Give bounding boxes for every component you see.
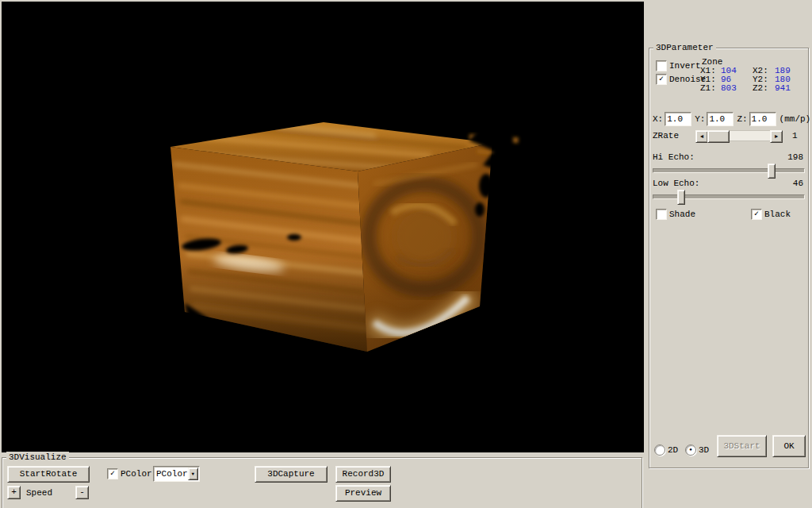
black-check-glyph: ✓: [754, 210, 759, 218]
mode-3d-radio[interactable]: ● 3D: [685, 444, 709, 456]
hi-echo-value: 198: [787, 152, 803, 163]
visualize-groupbox-title: 3DVisualize: [6, 452, 69, 463]
speed-label: Speed: [26, 488, 52, 498]
scroll-right-icon: ►: [775, 132, 778, 141]
black-checkbox[interactable]: ✓ Black: [751, 209, 791, 220]
scale-x-label: X:: [653, 114, 663, 125]
invert-checkbox[interactable]: Invert: [656, 60, 701, 71]
pcolor-check-glyph: ✓: [110, 470, 115, 478]
mode-2d-radio-label: 2D: [668, 445, 678, 456]
mode-3d-radio-dot: ●: [689, 448, 692, 452]
pcolor-checkbox[interactable]: ✓ PColor: [107, 468, 152, 479]
zrate-scrollbar[interactable]: ◄ ►: [695, 130, 783, 141]
record3d-button[interactable]: Record3D: [335, 466, 391, 483]
zrate-label: ZRate: [653, 131, 695, 141]
zrate-row: ZRate ◄ ► 1: [653, 130, 798, 141]
scale-x-input[interactable]: [665, 112, 691, 126]
parameter-groupbox-title: 3DParameter: [653, 42, 716, 53]
start-rotate-button[interactable]: StartRotate: [7, 466, 90, 483]
zone-z2-label: Z2:: [753, 83, 775, 94]
pcolor-checkbox-label: PColor: [121, 469, 152, 479]
low-echo-label: Low Echo:: [653, 179, 699, 189]
ok-button[interactable]: OK: [772, 435, 806, 457]
speed-minus-button[interactable]: -: [75, 486, 89, 499]
shade-checkbox[interactable]: Shade: [656, 209, 695, 220]
3dcapture-button[interactable]: 3DCapture: [255, 466, 327, 483]
scale-y-label: Y:: [695, 114, 705, 125]
low-echo-slider[interactable]: [653, 194, 805, 199]
low-echo-value: 46: [793, 179, 803, 189]
hi-echo-slider[interactable]: [653, 168, 805, 173]
parameter-panel: 3DParameter Invert ✓ Denoise Zone X1: 10…: [644, 0, 812, 508]
hi-echo-row: Hi Echo: 198: [653, 152, 803, 163]
mode-3d-radio-circle[interactable]: ●: [685, 444, 696, 456]
3dstart-button[interactable]: 3DStart: [717, 435, 767, 457]
zrate-value: 1: [792, 131, 798, 141]
zone-z1-value: 803: [721, 83, 753, 94]
zrate-scroll-thumb[interactable]: [707, 130, 730, 143]
low-echo-row: Low Echo: 46: [653, 179, 803, 189]
preview-button[interactable]: Preview: [335, 485, 391, 502]
scale-y-input[interactable]: [707, 112, 733, 126]
scale-unit-label: (mm/p): [779, 114, 811, 125]
render-viewport[interactable]: [2, 2, 644, 452]
zone-z2-value: 941: [775, 83, 791, 94]
scale-row: X: Y: Z: (mm/p): [653, 112, 810, 126]
shade-checkbox-box[interactable]: [656, 209, 667, 220]
denoise-checkbox-box[interactable]: ✓: [656, 74, 667, 85]
mode-2d-radio[interactable]: 2D: [654, 444, 678, 456]
zrate-scroll-right-button[interactable]: ►: [770, 130, 783, 143]
visualize-panel: 3DVisualize StartRotate ✓ PColor PColor …: [0, 452, 644, 508]
denoise-checkbox[interactable]: ✓ Denoise: [656, 74, 706, 85]
invert-checkbox-box[interactable]: [656, 60, 667, 71]
hi-echo-slider-thumb[interactable]: [768, 164, 776, 179]
scroll-left-icon: ◄: [700, 132, 703, 141]
scale-z-label: Z:: [737, 114, 747, 125]
parameter-groupbox: 3DParameter Invert ✓ Denoise Zone X1: 10…: [649, 48, 809, 468]
pcolor-select[interactable]: PColor ▼: [153, 466, 200, 482]
denoise-check-glyph: ✓: [659, 75, 664, 83]
black-checkbox-box[interactable]: ✓: [751, 209, 762, 220]
mode-2d-radio-circle[interactable]: [654, 444, 665, 456]
invert-checkbox-label: Invert: [669, 61, 701, 71]
scale-z-input[interactable]: [749, 112, 776, 126]
speed-plus-button[interactable]: +: [7, 486, 21, 499]
volume-render: [2, 2, 644, 452]
visualize-groupbox: 3DVisualize StartRotate ✓ PColor PColor …: [2, 457, 642, 508]
mode-3d-radio-label: 3D: [699, 445, 709, 456]
zone-row: Z1: 803 Z2: 941: [700, 83, 791, 94]
dropdown-arrow-glyph: ▼: [192, 469, 195, 479]
pcolor-select-value: PColor: [156, 469, 188, 479]
low-echo-slider-thumb[interactable]: [677, 190, 685, 205]
zrate-scroll-left-button[interactable]: ◄: [695, 130, 708, 143]
zone-z1-label: Z1:: [700, 83, 721, 94]
chevron-down-icon[interactable]: ▼: [188, 468, 198, 480]
black-checkbox-label: Black: [764, 210, 791, 220]
pcolor-checkbox-box[interactable]: ✓: [107, 468, 118, 479]
shade-checkbox-label: Shade: [669, 210, 695, 220]
hi-echo-label: Hi Echo:: [653, 152, 695, 163]
